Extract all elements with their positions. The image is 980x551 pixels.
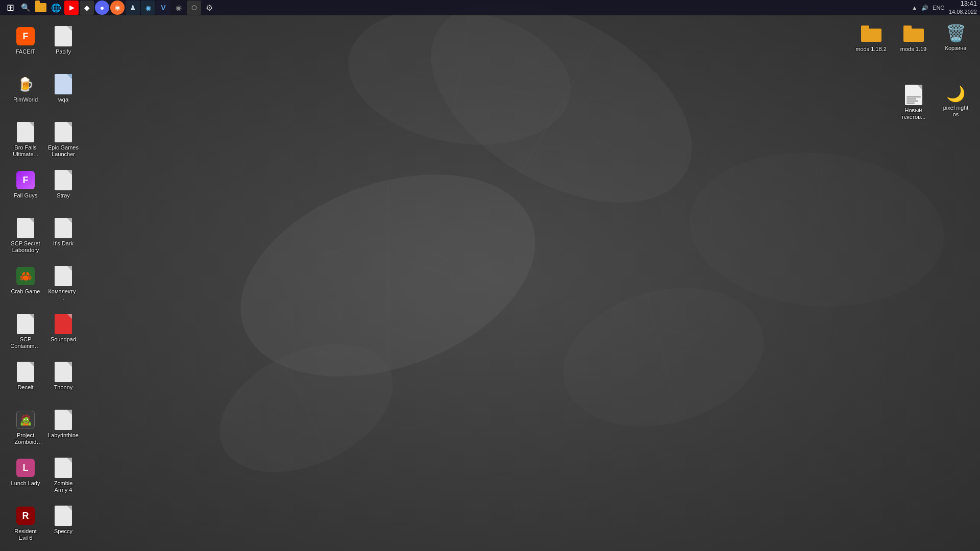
language-indicator: ENG <box>933 5 945 11</box>
desktop-icons-left: F FACEIT Pacify 🍺 RimWorld wqa Bro <box>5 20 87 551</box>
settings-icon[interactable]: ⚙ <box>202 1 216 15</box>
speccy-icon[interactable]: Speccy <box>45 503 81 548</box>
svg-rect-49 <box>861 26 869 31</box>
pacify-icon[interactable]: Pacify <box>45 23 81 69</box>
taskbar: ⊞ 🔍 🌐 ▶ ◆ ● ◉ ♟ ◉ V ◉ ⬡ ⚙ ▲ 🔊 ENG 13:41 … <box>0 0 980 15</box>
faceit-icon[interactable]: F FACEIT <box>8 23 43 69</box>
epic-games-launcher-icon[interactable]: Epic Games Launcher <box>45 119 81 165</box>
clock: 13:41 14.08.2022 <box>949 0 977 16</box>
labyrinthine-icon[interactable]: Labyrinthine <box>45 407 81 453</box>
pixel-night-os-icon[interactable]: 🌙 pixel night os <box>937 82 975 123</box>
epic-games-icon[interactable]: ◆ <box>80 1 94 15</box>
battlestate-icon[interactable]: ⬡ <box>187 1 201 15</box>
bro-falls-icon[interactable]: Bro Falls Ultimate... <box>8 119 43 165</box>
zombie-army-icon[interactable]: Zombie Army 4 <box>45 455 81 500</box>
project-zomboid-icon[interactable]: 🧟 Project Zomboid x64 <box>8 407 43 453</box>
steam-icon[interactable]: ♟ <box>126 1 140 15</box>
new-text-file-icon[interactable]: Новый текстов... <box>894 82 933 123</box>
origin-icon[interactable]: ◉ <box>110 1 125 15</box>
thonny-icon[interactable]: Thonny <box>45 359 81 405</box>
file-explorer-icon[interactable] <box>34 1 48 15</box>
wqa-icon[interactable]: wqa <box>45 71 81 117</box>
steam2-icon[interactable]: ◉ <box>141 1 155 15</box>
desktop-icons-right-row2: Новый текстов... 🌙 pixel night os <box>894 82 975 123</box>
fall-guys-icon[interactable]: F Fall Guys <box>8 167 43 213</box>
soundpad-icon[interactable]: Soundpad <box>45 311 81 357</box>
youtube-icon[interactable]: ▶ <box>64 1 79 15</box>
scp-lab-icon[interactable]: SCP Secret Laboratory <box>8 215 43 261</box>
discord-icon[interactable]: ● <box>95 1 109 15</box>
vortex-icon[interactable]: V <box>156 1 170 15</box>
desktop: F FACEIT Pacify 🍺 RimWorld wqa Bro <box>0 15 980 551</box>
search-icon[interactable]: 🔍 <box>18 1 33 15</box>
resident-evil-icon[interactable]: R Resident Evil 6 <box>8 503 43 548</box>
rimworld-icon[interactable]: 🍺 RimWorld <box>8 71 43 117</box>
deceit-icon[interactable]: Deceit <box>8 359 43 405</box>
stray-icon[interactable]: Stray <box>45 167 81 213</box>
mods-119-icon[interactable]: mods 1.19 <box>894 20 933 56</box>
its-dark-icon[interactable]: It's Dark <box>45 215 81 261</box>
crab-game-icon[interactable]: 🦀 Crab Game <box>8 263 43 309</box>
komplekty-icon[interactable]: Комплекту... <box>45 263 81 309</box>
system-tray: ▲ 🔊 ENG 13:41 14.08.2022 <box>912 0 977 16</box>
start-menu-icon[interactable]: ⊞ <box>3 1 17 15</box>
lunch-lady-icon[interactable]: L Lunch Lady <box>8 455 43 500</box>
unknown-icon[interactable]: ◉ <box>172 1 186 15</box>
show-hidden-icon[interactable]: ▲ <box>912 5 917 11</box>
desktop-icons-right: mods 1.18.2 mods 1.19 🗑️ Корзина <box>852 20 975 56</box>
scp-containment-icon[interactable]: SCP Containme... <box>8 311 43 357</box>
mods-118-icon[interactable]: mods 1.18.2 <box>852 20 890 56</box>
volume-icon[interactable]: 🔊 <box>921 5 928 11</box>
edge-icon[interactable]: 🌐 <box>49 1 63 15</box>
recycle-bin-icon[interactable]: 🗑️ Корзина <box>937 20 975 56</box>
svg-rect-51 <box>903 26 912 31</box>
